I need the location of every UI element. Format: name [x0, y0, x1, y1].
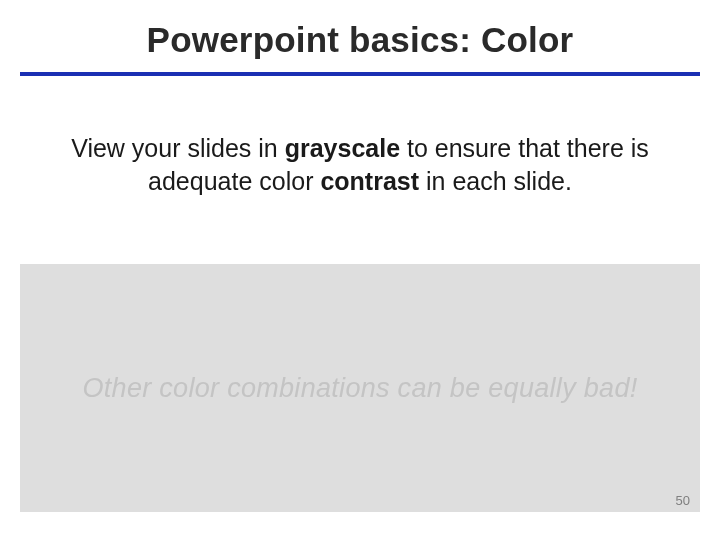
body-bold-contrast: contrast [320, 167, 419, 195]
title-underline [20, 72, 700, 76]
body-copy: View your slides in grayscale to ensure … [50, 132, 670, 197]
page-number: 50 [676, 493, 690, 508]
body-prefix: View your slides in [71, 134, 285, 162]
low-contrast-example-box: Other color combinations can be equally … [20, 264, 700, 512]
slide-root: Powerpoint basics: Color View your slide… [0, 0, 720, 540]
low-contrast-example-text: Other color combinations can be equally … [82, 373, 637, 404]
slide-title: Powerpoint basics: Color [0, 0, 720, 72]
body-bold-grayscale: grayscale [285, 134, 400, 162]
body-suffix: in each slide. [419, 167, 572, 195]
